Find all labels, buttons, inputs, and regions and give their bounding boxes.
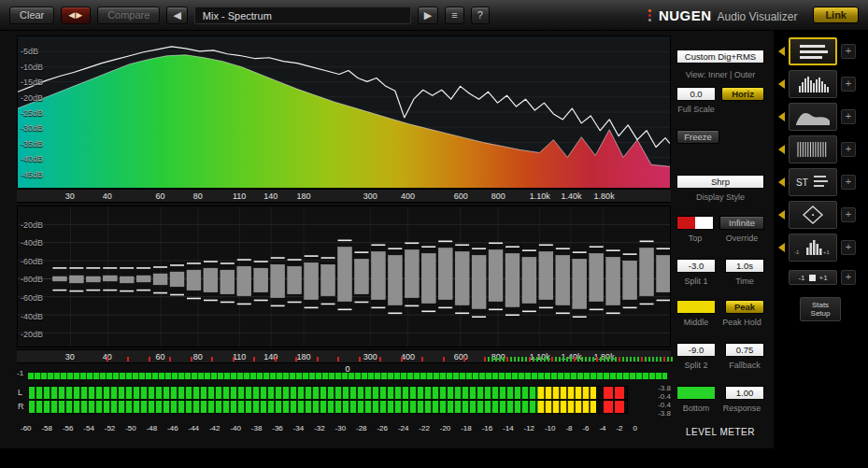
band-peak-tick: [533, 357, 534, 362]
module-select-arrow-icon[interactable]: [778, 210, 785, 220]
bottom-label: Bottom: [676, 404, 716, 413]
display-style-dropdown[interactable]: Shrp: [676, 175, 764, 189]
freq-label: 30: [54, 191, 86, 201]
stats-line2: Setup: [801, 309, 840, 318]
meter-readout: -3.8: [633, 385, 671, 392]
stats-line1: Stats: [801, 301, 840, 309]
module-select-arrow-icon[interactable]: [778, 79, 785, 89]
module-button-spectrum-line[interactable]: [789, 103, 837, 131]
meter-clip-segment[interactable]: [604, 387, 624, 399]
band-clip-tick: [317, 357, 319, 362]
middle-color-swatch[interactable]: [676, 300, 716, 314]
module-button-bar-meter[interactable]: [789, 70, 837, 98]
band-peak-tick: [641, 357, 643, 362]
band-peak-tick: [488, 357, 490, 362]
add-module-button[interactable]: +: [841, 270, 856, 285]
band-peak-tick: [619, 357, 620, 362]
add-module-button[interactable]: +: [841, 44, 856, 59]
module-select-arrow-icon[interactable]: [778, 177, 785, 187]
band-peak-tick: [660, 357, 662, 362]
module-button-spectrogram[interactable]: [789, 135, 837, 163]
top-color-swatch[interactable]: [676, 216, 714, 230]
svg-text:ST: ST: [796, 177, 808, 188]
add-module-button[interactable]: +: [841, 77, 856, 92]
preset-menu-button[interactable]: ≡: [445, 7, 463, 24]
freeze-button[interactable]: Freeze: [676, 130, 719, 144]
module-row: +: [778, 70, 856, 98]
spectrogram-icon: [792, 138, 833, 161]
band-meter-display: -20dB-40dB-60dB-80dB-60dB-40dB-20dB: [17, 206, 671, 347]
db-scale-label: -26: [377, 424, 388, 433]
display-style-label: Display Style: [676, 192, 764, 202]
split2-label: Split 2: [676, 361, 716, 370]
infinite-button[interactable]: Infinite: [719, 216, 764, 230]
module-row: +: [778, 37, 856, 65]
link-button[interactable]: Link: [813, 7, 859, 23]
add-module-button[interactable]: +: [841, 240, 856, 255]
module-select-arrow-icon[interactable]: [778, 145, 785, 154]
add-module-button[interactable]: +: [841, 109, 856, 124]
correlation-module-button[interactable]: -1 +1: [789, 270, 837, 285]
band-peak-tick: [626, 357, 628, 362]
module-button-spectrum-display[interactable]: [789, 37, 837, 65]
compare-button[interactable]: Compare: [97, 7, 160, 24]
add-module-button[interactable]: +: [841, 207, 856, 222]
module-select-arrow-icon[interactable]: [778, 47, 785, 56]
module-button-vectorscope[interactable]: [789, 201, 837, 229]
help-button[interactable]: ?: [471, 7, 490, 24]
frequency-axis-top: 304060801101401803004006008001.10k1.40k1…: [17, 189, 671, 203]
band-peak-tick: [521, 357, 523, 362]
band-peak-tick: [499, 357, 501, 362]
level-meter-section: L R -3.8 -0.4 -0.4 -3.8 -60-58-56-54-52-…: [17, 383, 680, 439]
ab-compare-toggle[interactable]: ◀▶: [61, 7, 91, 24]
band-peak-tick: [506, 357, 508, 362]
meter-gap: [596, 387, 604, 399]
db-scale-label: -46: [167, 424, 178, 433]
module-button-histogram[interactable]: -1+1: [789, 234, 837, 262]
db-scale-label: -36: [272, 424, 283, 433]
band-clip-tick: [253, 357, 255, 362]
time-field[interactable]: 1.0s: [725, 259, 764, 273]
view-mode-label[interactable]: View: Inner | Outer: [676, 70, 764, 79]
fallback-field[interactable]: 0.75: [725, 343, 764, 357]
mode-dropdown[interactable]: Custom Dig+RMS: [676, 50, 764, 64]
db-scale-label: -38: [251, 424, 263, 433]
corr-min-label: -1: [798, 274, 804, 282]
add-module-button[interactable]: +: [841, 175, 856, 190]
add-module-button[interactable]: +: [841, 142, 856, 157]
horiz-button[interactable]: Horiz: [721, 87, 764, 101]
split1-field[interactable]: -3.0: [676, 259, 716, 273]
fallback-label: Fallback: [725, 361, 764, 370]
clear-button[interactable]: Clear: [9, 7, 54, 24]
db-scale-label: -56: [63, 424, 74, 433]
spectrum-db-label: -25dB: [21, 108, 43, 118]
module-select-arrow-icon[interactable]: [778, 112, 785, 121]
preset-play-button[interactable]: ▶: [418, 7, 438, 24]
response-field[interactable]: 1.00: [725, 386, 764, 400]
freq-label: 140: [255, 191, 287, 201]
level-meter-left: [28, 386, 628, 400]
full-scale-field[interactable]: 0.0: [676, 87, 716, 101]
split2-field[interactable]: -9.0: [676, 343, 716, 357]
band-peak-tick: [615, 357, 617, 362]
module-button-stereo-meter[interactable]: ST: [789, 168, 837, 196]
db-scale: -60-58-56-54-52-50-48-46-44-42-40-38-36-…: [21, 424, 637, 433]
nugen-logo-icon: [648, 9, 651, 21]
peak-button[interactable]: Peak: [725, 300, 764, 314]
band-peak-tick: [633, 357, 635, 362]
band-peak-tick: [536, 357, 538, 362]
db-scale-label: -16: [482, 424, 493, 433]
preset-display[interactable]: Mix - Spectrum: [194, 7, 411, 24]
module-select-arrow-icon[interactable]: [778, 243, 785, 252]
band-meter-graph: [18, 206, 670, 347]
meter-clip-segment[interactable]: [604, 401, 624, 413]
freq-label: 60: [144, 191, 176, 201]
db-scale-label: 0: [633, 424, 636, 433]
full-scale-label: Full Scale: [676, 105, 716, 114]
histogram-icon: -1+1: [792, 236, 833, 259]
bottom-color-swatch[interactable]: [676, 386, 716, 400]
stats-setup-button[interactable]: Stats Setup: [800, 297, 841, 321]
preset-prev-button[interactable]: ◀: [166, 7, 187, 24]
spectrum-graph: [18, 36, 670, 188]
band-db-label: -60dB: [21, 257, 43, 266]
